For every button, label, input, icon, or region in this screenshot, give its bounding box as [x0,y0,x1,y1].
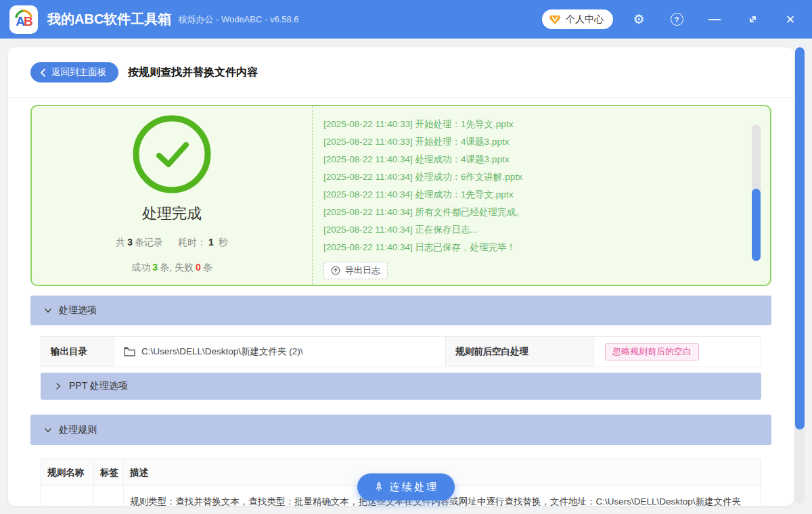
minimize-icon[interactable]: — [702,7,727,32]
whitespace-tag[interactable]: 忽略规则前后的空白 [605,343,699,360]
close-icon[interactable]: × [778,7,803,32]
logo-letters: AB [16,14,31,29]
col-rule-tag: 标签 [94,459,124,486]
stats-result-line: 成功3条, 失败0条 [131,262,212,274]
chevron-right-icon [54,382,62,390]
output-dir-path: C:\Users\DELL\Desktop\新建文件夹 (2)\ [141,346,303,358]
back-button-label: 返回到主面板 [51,66,106,78]
export-log-label: 导出日志 [345,264,380,277]
log-line: [2025-08-22 11:40:33] 开始处理：4课题3.pptx [323,133,709,151]
rule-name: 默认规则 [41,486,94,506]
log-line: [2025-08-22 11:40:34] 处理成功：1先导文.pptx [323,186,709,204]
output-dir-label: 输出目录 [41,337,114,367]
page-header: 返回到主面板 按规则查找并替换文件内容 [8,47,794,98]
section-ppt-label: PPT 处理选项 [69,380,128,392]
section-rules-label: 处理规则 [59,424,97,436]
folder-icon [124,347,135,356]
log-line: [2025-08-22 11:40:34] 所有文件都已经处理完成。 [323,204,709,221]
page-title: 按规则查找并替换文件内容 [128,66,258,80]
help-glyph: ? [671,13,683,26]
app-logo-icon: AB [9,5,38,34]
stats-total-line: 共3条记录耗时：1 秒 [116,237,227,249]
log-line: [2025-08-22 11:40:34] 处理成功：4课题3.pptx [323,151,709,168]
log-line: [2025-08-22 11:40:33] 开始处理：1先导文.pptx [323,116,709,133]
continue-button[interactable]: 连续处理 [357,473,455,500]
col-rule-name: 规则名称 [41,459,94,486]
whitespace-tag-cell: 忽略规则前后的空白 [594,337,761,367]
options-row: 输出目录 C:\Users\DELL\Desktop\新建文件夹 (2)\ 规则… [41,336,761,367]
page-scrollbar-track[interactable] [795,47,805,504]
chevron-left-icon [40,68,46,77]
page-scrollbar-thumb[interactable] [795,47,805,429]
section-header-rules[interactable]: 处理规则 [30,415,771,445]
fail-count: 0 [196,262,201,273]
user-center-label: 个人中心 [566,14,604,26]
section-options-label: 处理选项 [59,304,97,317]
log-line: [2025-08-22 11:40:34] 日志已保存，处理完毕！ [323,239,709,256]
log-scrollbar-thumb[interactable] [752,189,761,261]
rocket-icon [374,482,384,492]
app-subtitle: 核烁办公 - WodeABC - v6.58.6 [178,14,298,26]
maximize-icon[interactable] [740,7,765,32]
log-line: [2025-08-22 11:40:34] 正在保存日志... [323,221,709,239]
rule-tag [94,486,124,506]
export-log-button[interactable]: 导出日志 [323,262,388,279]
help-icon[interactable]: ? [664,7,689,32]
success-count: 3 [152,262,158,273]
log-line: [2025-08-22 11:40:34] 处理成功：6作文讲解.pptx [323,168,709,186]
titlebar: AB 我的ABC软件工具箱 核烁办公 - WodeABC - v6.58.6 个… [0,0,812,39]
total-count: 3 [127,237,133,248]
chevron-down-icon [44,306,52,314]
result-summary: 处理完成 共3条记录耗时：1 秒 成功3条, 失败0条 [32,106,313,285]
back-button[interactable]: 返回到主面板 [30,62,118,83]
export-icon [331,266,340,275]
section-header-ppt-options[interactable]: PPT 处理选项 [41,373,761,400]
status-title: 处理完成 [142,204,202,224]
log-scrollbar-track[interactable] [752,124,761,261]
main-card: 返回到主面板 按规则查找并替换文件内容 处理完成 共3条记录耗时：1 秒 成功3… [8,47,794,506]
chevron-down-icon [44,426,52,434]
output-dir-value[interactable]: C:\Users\DELL\Desktop\新建文件夹 (2)\ [114,337,445,367]
user-center-button[interactable]: 个人中心 [542,9,613,29]
success-check-icon [132,114,212,194]
whitespace-label: 规则前后空白处理 [445,337,594,367]
app-title: 我的ABC软件工具箱 [47,10,171,28]
time-value: 1 [208,237,214,248]
log-area: [2025-08-22 11:40:33] 开始处理：1先导文.pptx [20… [313,106,770,285]
resize-arrow-icon [748,14,758,24]
section-header-options[interactable]: 处理选项 [30,296,771,325]
result-panel: 处理完成 共3条记录耗时：1 秒 成功3条, 失败0条 [2025-08-22 … [30,105,771,286]
vip-gem-icon [549,14,561,25]
continue-button-label: 连续处理 [390,481,438,494]
settings-icon[interactable]: ⚙ [627,7,651,32]
